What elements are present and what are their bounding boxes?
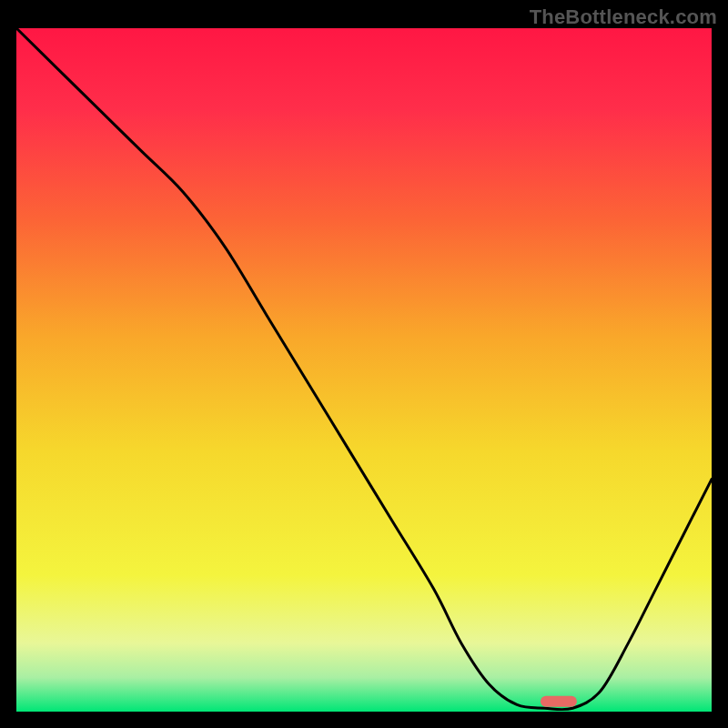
plot-area	[16, 28, 712, 712]
chart-frame: TheBottleneck.com	[0, 0, 728, 728]
optimal-marker	[541, 696, 577, 707]
bottleneck-curve-chart	[16, 28, 712, 712]
watermark-text: TheBottleneck.com	[530, 5, 717, 29]
